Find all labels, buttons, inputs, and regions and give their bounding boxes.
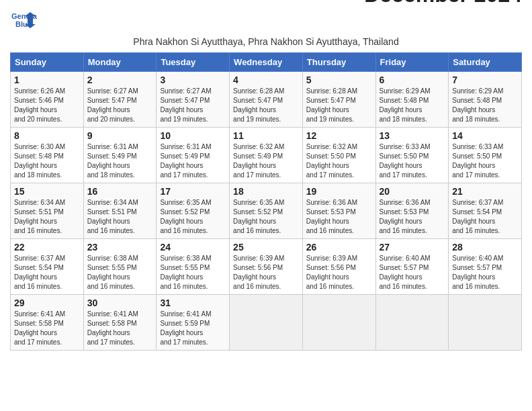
day-number: 27 [380, 242, 445, 253]
calendar-cell [449, 295, 522, 351]
day-info: Sunrise: 6:30 AM Sunset: 5:48 PM Dayligh… [14, 142, 80, 180]
calendar-cell: 17 Sunrise: 6:35 AM Sunset: 5:52 PM Dayl… [157, 183, 230, 239]
day-info: Sunrise: 6:27 AM Sunset: 5:47 PM Dayligh… [160, 87, 226, 124]
day-number: 1 [14, 75, 80, 85]
day-info: Sunrise: 6:26 AM Sunset: 5:46 PM Dayligh… [14, 87, 80, 124]
day-number: 2 [87, 75, 153, 85]
day-number: 20 [380, 186, 445, 197]
day-info: Sunrise: 6:33 AM Sunset: 5:50 PM Dayligh… [380, 142, 445, 180]
calendar-cell: 26 Sunrise: 6:39 AM Sunset: 5:56 PM Dayl… [302, 239, 375, 295]
day-number: 30 [87, 298, 153, 308]
calendar-cell: 11 Sunrise: 6:32 AM Sunset: 5:49 PM Dayl… [230, 128, 303, 183]
calendar-cell: 14 Sunrise: 6:33 AM Sunset: 5:50 PM Dayl… [449, 128, 522, 183]
calendar-cell: 9 Sunrise: 6:31 AM Sunset: 5:49 PM Dayli… [83, 128, 157, 183]
day-number: 6 [380, 75, 445, 85]
day-info: Sunrise: 6:35 AM Sunset: 5:52 PM Dayligh… [160, 198, 226, 236]
day-number: 11 [233, 130, 299, 141]
calendar-cell: 7 Sunrise: 6:29 AM Sunset: 5:48 PM Dayli… [449, 72, 522, 128]
day-number: 9 [87, 130, 153, 141]
weekday-header-friday: Friday [375, 53, 449, 72]
calendar-cell: 27 Sunrise: 6:40 AM Sunset: 5:57 PM Dayl… [375, 239, 449, 295]
day-info: Sunrise: 6:41 AM Sunset: 5:58 PM Dayligh… [87, 310, 153, 347]
day-info: Sunrise: 6:37 AM Sunset: 5:54 PM Dayligh… [452, 198, 518, 236]
calendar-cell: 28 Sunrise: 6:40 AM Sunset: 5:57 PM Dayl… [449, 239, 522, 295]
day-number: 16 [87, 186, 153, 197]
weekday-header-thursday: Thursday [302, 53, 375, 72]
calendar-cell: 10 Sunrise: 6:31 AM Sunset: 5:49 PM Dayl… [157, 128, 230, 183]
calendar-cell: 24 Sunrise: 6:38 AM Sunset: 5:55 PM Dayl… [157, 239, 230, 295]
header: General Blue December 2024 [10, 7, 522, 34]
calendar-cell: 29 Sunrise: 6:41 AM Sunset: 5:58 PM Dayl… [11, 295, 84, 351]
day-number: 10 [160, 130, 226, 141]
day-number: 5 [306, 75, 372, 85]
day-number: 13 [380, 130, 445, 141]
weekday-header-monday: Monday [83, 53, 157, 72]
calendar-cell: 22 Sunrise: 6:37 AM Sunset: 5:54 PM Dayl… [11, 239, 84, 295]
day-info: Sunrise: 6:29 AM Sunset: 5:48 PM Dayligh… [380, 87, 445, 124]
calendar-cell: 23 Sunrise: 6:38 AM Sunset: 5:55 PM Dayl… [83, 239, 157, 295]
day-number: 7 [452, 75, 518, 85]
day-info: Sunrise: 6:34 AM Sunset: 5:51 PM Dayligh… [87, 198, 153, 236]
day-info: Sunrise: 6:31 AM Sunset: 5:49 PM Dayligh… [87, 142, 153, 180]
calendar-cell: 19 Sunrise: 6:36 AM Sunset: 5:53 PM Dayl… [302, 183, 375, 239]
day-info: Sunrise: 6:40 AM Sunset: 5:57 PM Dayligh… [380, 254, 445, 291]
calendar-cell [375, 295, 449, 351]
day-number: 21 [452, 186, 518, 197]
day-info: Sunrise: 6:38 AM Sunset: 5:55 PM Dayligh… [87, 254, 153, 291]
day-info: Sunrise: 6:31 AM Sunset: 5:49 PM Dayligh… [160, 142, 226, 180]
day-info: Sunrise: 6:28 AM Sunset: 5:47 PM Dayligh… [233, 87, 299, 124]
day-info: Sunrise: 6:29 AM Sunset: 5:48 PM Dayligh… [452, 87, 518, 124]
day-info: Sunrise: 6:28 AM Sunset: 5:47 PM Dayligh… [306, 87, 372, 124]
weekday-header-sunday: Sunday [11, 53, 84, 72]
day-number: 26 [306, 242, 372, 253]
calendar-cell: 2 Sunrise: 6:27 AM Sunset: 5:47 PM Dayli… [83, 72, 157, 128]
calendar-cell: 6 Sunrise: 6:29 AM Sunset: 5:48 PM Dayli… [375, 72, 449, 128]
day-info: Sunrise: 6:38 AM Sunset: 5:55 PM Dayligh… [160, 254, 226, 291]
day-number: 24 [160, 242, 226, 253]
day-info: Sunrise: 6:32 AM Sunset: 5:49 PM Dayligh… [233, 142, 299, 180]
weekday-header-saturday: Saturday [449, 53, 522, 72]
calendar-cell: 3 Sunrise: 6:27 AM Sunset: 5:47 PM Dayli… [157, 72, 230, 128]
calendar-week-row: 1 Sunrise: 6:26 AM Sunset: 5:46 PM Dayli… [11, 72, 522, 128]
day-number: 4 [233, 75, 299, 85]
calendar-week-row: 8 Sunrise: 6:30 AM Sunset: 5:48 PM Dayli… [11, 128, 522, 183]
day-info: Sunrise: 6:36 AM Sunset: 5:53 PM Dayligh… [306, 198, 372, 236]
day-number: 15 [14, 186, 80, 197]
calendar-week-row: 22 Sunrise: 6:37 AM Sunset: 5:54 PM Dayl… [11, 239, 522, 295]
calendar-cell: 5 Sunrise: 6:28 AM Sunset: 5:47 PM Dayli… [302, 72, 375, 128]
calendar-cell: 30 Sunrise: 6:41 AM Sunset: 5:58 PM Dayl… [83, 295, 157, 351]
calendar-cell: 8 Sunrise: 6:30 AM Sunset: 5:48 PM Dayli… [11, 128, 84, 183]
day-number: 18 [233, 186, 299, 197]
weekday-header-tuesday: Tuesday [157, 53, 230, 72]
calendar-week-row: 15 Sunrise: 6:34 AM Sunset: 5:51 PM Dayl… [11, 183, 522, 239]
day-number: 12 [306, 130, 372, 141]
day-info: Sunrise: 6:32 AM Sunset: 5:50 PM Dayligh… [306, 142, 372, 180]
day-info: Sunrise: 6:39 AM Sunset: 5:56 PM Dayligh… [306, 254, 372, 291]
day-info: Sunrise: 6:35 AM Sunset: 5:52 PM Dayligh… [233, 198, 299, 236]
calendar-cell: 15 Sunrise: 6:34 AM Sunset: 5:51 PM Dayl… [11, 183, 84, 239]
calendar-cell: 20 Sunrise: 6:36 AM Sunset: 5:53 PM Dayl… [375, 183, 449, 239]
calendar-cell [230, 295, 303, 351]
calendar-cell: 31 Sunrise: 6:41 AM Sunset: 5:59 PM Dayl… [157, 295, 230, 351]
day-number: 28 [452, 242, 518, 253]
calendar-week-row: 29 Sunrise: 6:41 AM Sunset: 5:58 PM Dayl… [11, 295, 522, 351]
day-number: 31 [160, 298, 226, 308]
day-number: 8 [14, 130, 80, 141]
calendar-cell: 18 Sunrise: 6:35 AM Sunset: 5:52 PM Dayl… [230, 183, 303, 239]
day-number: 14 [452, 130, 518, 141]
calendar-cell: 1 Sunrise: 6:26 AM Sunset: 5:46 PM Dayli… [11, 72, 84, 128]
calendar-cell: 25 Sunrise: 6:39 AM Sunset: 5:56 PM Dayl… [230, 239, 303, 295]
day-info: Sunrise: 6:36 AM Sunset: 5:53 PM Dayligh… [380, 198, 445, 236]
day-info: Sunrise: 6:40 AM Sunset: 5:57 PM Dayligh… [452, 254, 518, 291]
day-info: Sunrise: 6:39 AM Sunset: 5:56 PM Dayligh… [233, 254, 299, 291]
day-info: Sunrise: 6:41 AM Sunset: 5:59 PM Dayligh… [160, 310, 226, 347]
day-number: 25 [233, 242, 299, 253]
weekday-header-wednesday: Wednesday [230, 53, 303, 72]
month-title: December 2024 [364, 0, 522, 7]
calendar-cell: 12 Sunrise: 6:32 AM Sunset: 5:50 PM Dayl… [302, 128, 375, 183]
day-info: Sunrise: 6:34 AM Sunset: 5:51 PM Dayligh… [14, 198, 80, 236]
calendar-table: SundayMondayTuesdayWednesdayThursdayFrid… [10, 52, 522, 351]
day-info: Sunrise: 6:33 AM Sunset: 5:50 PM Dayligh… [452, 142, 518, 180]
calendar-cell [302, 295, 375, 351]
calendar-cell: 4 Sunrise: 6:28 AM Sunset: 5:47 PM Dayli… [230, 72, 303, 128]
